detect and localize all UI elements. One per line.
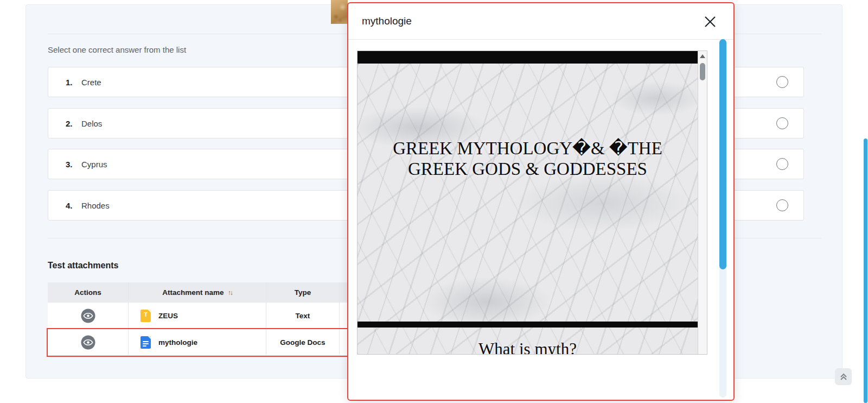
preview-attachment-button[interactable] bbox=[81, 308, 95, 323]
radio-button[interactable] bbox=[776, 76, 788, 88]
preview-attachment-button[interactable] bbox=[81, 335, 95, 350]
close-icon bbox=[703, 15, 717, 29]
modal-scrollbar-track[interactable] bbox=[719, 39, 726, 398]
column-header-attachment-name[interactable]: Attachment name ↑↓ bbox=[129, 282, 266, 303]
eye-icon bbox=[81, 308, 95, 323]
option-number: 1. bbox=[66, 78, 79, 87]
option-label: Crete bbox=[81, 78, 101, 87]
document-subtitle: What is myth? bbox=[358, 339, 698, 355]
page: Select one correct answer from the list … bbox=[0, 0, 868, 403]
actions-cell bbox=[48, 329, 129, 355]
close-button[interactable] bbox=[703, 15, 717, 29]
attachment-name: ZEUS bbox=[158, 312, 178, 320]
document-top-bar bbox=[358, 51, 698, 64]
modal-title: mythologie bbox=[362, 15, 412, 27]
attachment-name-cell: mythologie bbox=[129, 329, 266, 355]
option-label: Cyprus bbox=[81, 160, 107, 169]
document-scrollbar[interactable] bbox=[698, 51, 707, 354]
modal-scrollbar-thumb[interactable] bbox=[719, 39, 726, 269]
sort-arrows-icon[interactable]: ↑↓ bbox=[228, 289, 232, 297]
actions-cell bbox=[48, 303, 129, 329]
page-scrollbar[interactable] bbox=[863, 0, 868, 403]
document-slide-background: GREEK MYTHOLOGY�& �THE GREEK GODS & GODD… bbox=[358, 64, 698, 354]
eye-icon bbox=[81, 335, 95, 350]
option-label: Delos bbox=[81, 119, 102, 128]
modal-header: mythologie bbox=[348, 3, 733, 40]
google-docs-icon bbox=[141, 336, 151, 349]
scroll-to-top-button[interactable] bbox=[835, 368, 852, 385]
page-scrollbar-thumb[interactable] bbox=[864, 138, 867, 403]
double-chevron-up-icon bbox=[839, 372, 848, 382]
question-prompt: Select one correct answer from the list bbox=[48, 45, 186, 54]
attachment-name: mythologie bbox=[158, 338, 197, 347]
scroll-up-arrow-icon[interactable] bbox=[700, 54, 705, 58]
text-file-icon: T bbox=[141, 310, 151, 322]
document-title: GREEK MYTHOLOGY�& �THE GREEK GODS & GODD… bbox=[358, 138, 698, 179]
attachment-preview-modal: mythologie GREEK MYTHOLOGY�& �THE GREEK … bbox=[347, 2, 735, 401]
option-label: Rhodes bbox=[81, 201, 110, 210]
attachments-heading: Test attachments bbox=[48, 261, 118, 270]
option-number: 4. bbox=[66, 201, 79, 210]
option-number: 2. bbox=[66, 119, 79, 128]
option-number: 3. bbox=[66, 160, 79, 169]
document-preview-frame[interactable]: GREEK MYTHOLOGY�& �THE GREEK GODS & GODD… bbox=[357, 51, 707, 355]
attachment-type-cell: Google Docs bbox=[266, 329, 340, 355]
radio-button[interactable] bbox=[776, 158, 788, 170]
column-header-actions: Actions bbox=[48, 282, 129, 303]
radio-button[interactable] bbox=[776, 117, 788, 129]
document-scrollbar-thumb[interactable] bbox=[700, 63, 705, 80]
attachment-name-cell: T ZEUS bbox=[129, 303, 266, 329]
column-header-type: Type bbox=[266, 282, 340, 303]
radio-button[interactable] bbox=[776, 199, 788, 211]
question-image bbox=[331, 0, 348, 24]
slide-divider-bar bbox=[358, 322, 698, 328]
attachment-type-cell: Text bbox=[266, 303, 340, 329]
